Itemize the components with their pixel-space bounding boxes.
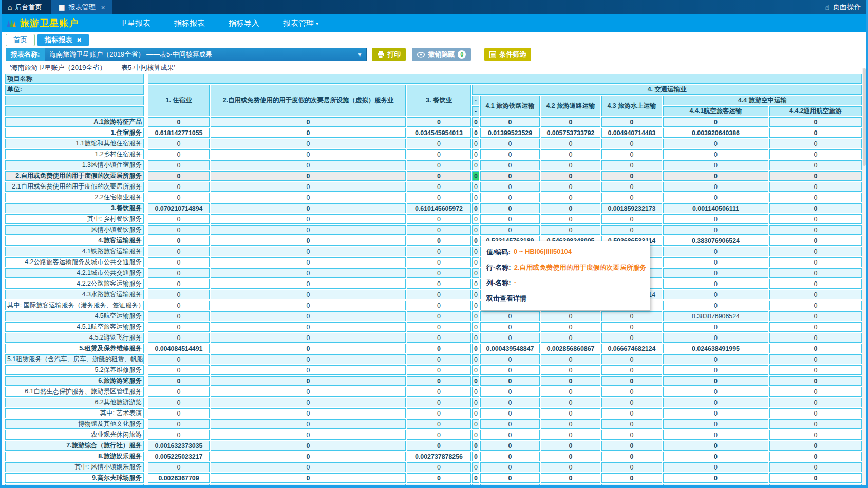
data-cell[interactable]: 0	[663, 333, 768, 343]
data-cell[interactable]: 0	[541, 462, 600, 472]
data-cell[interactable]: 0	[769, 354, 862, 364]
data-cell[interactable]: 0	[480, 171, 540, 181]
data-cell[interactable]: 0	[663, 301, 768, 310]
data-cell[interactable]: 0	[663, 149, 768, 159]
data-cell[interactable]: 0	[541, 311, 600, 321]
data-cell[interactable]: 0	[472, 473, 479, 483]
data-cell[interactable]: 0	[480, 182, 540, 192]
data-cell[interactable]: 0	[541, 149, 600, 159]
data-cell[interactable]: 0	[211, 408, 406, 418]
data-cell[interactable]: 0	[407, 322, 471, 332]
data-cell[interactable]: 0	[407, 236, 471, 246]
page-operations-button[interactable]: ☝ 页面操作	[825, 0, 861, 14]
data-cell[interactable]: 0	[407, 462, 471, 472]
data-cell[interactable]: 0	[541, 376, 600, 386]
data-cell[interactable]: 0	[663, 117, 768, 127]
data-cell[interactable]: 0	[472, 452, 479, 461]
data-cell[interactable]: 0	[480, 225, 540, 235]
data-cell[interactable]: 0	[601, 117, 662, 127]
data-cell[interactable]: 0	[211, 311, 406, 321]
data-cell[interactable]: 0	[407, 257, 471, 267]
data-cell[interactable]: 0	[148, 279, 210, 289]
data-cell[interactable]: 0	[148, 247, 210, 256]
data-cell[interactable]: 0	[148, 419, 210, 429]
data-cell[interactable]: 0	[211, 117, 406, 127]
data-cell[interactable]: 0	[663, 225, 768, 235]
data-cell[interactable]: 0	[601, 149, 662, 159]
data-cell[interactable]: 0	[663, 290, 768, 299]
data-cell[interactable]: 0	[663, 376, 768, 386]
data-cell[interactable]: 0	[407, 344, 471, 353]
data-cell[interactable]: 0	[211, 160, 406, 170]
data-cell[interactable]: 0	[601, 354, 662, 364]
data-cell[interactable]: 0	[472, 333, 479, 343]
data-cell[interactable]: 0.618142771055	[148, 128, 210, 138]
data-cell[interactable]: 0	[480, 452, 540, 461]
data-cell[interactable]: 0	[480, 408, 540, 418]
data-cell[interactable]: 0	[211, 182, 406, 192]
data-cell[interactable]: 0	[472, 182, 479, 192]
data-cell[interactable]: 0	[211, 268, 406, 278]
nav-item-satellite-report[interactable]: 卫星报表	[120, 18, 150, 28]
data-cell[interactable]: 0	[211, 387, 406, 397]
data-cell[interactable]: 0	[472, 225, 479, 235]
data-cell[interactable]: 0	[472, 311, 479, 321]
data-cell[interactable]: 0.0026367709	[148, 473, 210, 483]
data-cell[interactable]: 0	[148, 160, 210, 170]
data-cell[interactable]: 0.004940714483	[601, 128, 662, 138]
data-cell[interactable]: 0	[407, 279, 471, 289]
nav-item-indicator-import[interactable]: 指标导入	[229, 18, 259, 28]
data-cell[interactable]: 0	[472, 290, 479, 299]
data-cell[interactable]: 0	[541, 354, 600, 364]
data-cell[interactable]: 0	[211, 128, 406, 138]
data-cell[interactable]: 0	[472, 193, 479, 202]
data-cell[interactable]: 0	[148, 365, 210, 375]
data-cell[interactable]: 0	[211, 354, 406, 364]
data-cell[interactable]: 0	[541, 139, 600, 148]
data-cell[interactable]: 0	[541, 398, 600, 407]
data-cell[interactable]: 0	[211, 452, 406, 461]
data-cell[interactable]: 0	[769, 268, 862, 278]
nav-item-indicator-report[interactable]: 指标报表	[174, 18, 205, 28]
data-cell[interactable]: 0	[769, 203, 862, 213]
data-cell[interactable]: 0	[211, 290, 406, 299]
data-cell[interactable]: 0	[769, 441, 862, 451]
print-button[interactable]: 打印	[372, 48, 406, 61]
data-cell[interactable]: 0	[148, 171, 210, 181]
data-cell[interactable]: 0	[480, 117, 540, 127]
data-cell[interactable]: 0	[472, 214, 479, 224]
data-cell[interactable]: 0	[769, 257, 862, 267]
data-cell[interactable]: 0	[663, 268, 768, 278]
data-cell[interactable]: 0	[601, 214, 662, 224]
data-cell[interactable]: 0	[472, 462, 479, 472]
data-cell[interactable]: 0.024638491995	[663, 344, 768, 353]
data-cell[interactable]: 0	[407, 117, 471, 127]
data-cell[interactable]: 0	[211, 301, 406, 310]
data-cell[interactable]: 0	[541, 430, 600, 440]
data-cell[interactable]: 0	[601, 171, 662, 181]
data-cell[interactable]: 0	[663, 257, 768, 267]
data-cell[interactable]: 0	[472, 441, 479, 451]
data-cell[interactable]: 0	[663, 247, 768, 256]
data-cell[interactable]: 0	[601, 408, 662, 418]
data-cell[interactable]: 0	[211, 430, 406, 440]
data-cell[interactable]: 0.005225023217	[148, 452, 210, 461]
data-cell[interactable]: 0	[472, 376, 479, 386]
backend-home-button[interactable]: ⌂ 后台首页	[2, 0, 51, 14]
data-cell[interactable]: 0	[407, 398, 471, 407]
data-cell[interactable]: 0	[601, 182, 662, 192]
data-cell[interactable]: 0.002737878256	[407, 452, 471, 461]
data-cell[interactable]: 0	[769, 430, 862, 440]
data-cell[interactable]: 0	[769, 311, 862, 321]
data-cell[interactable]: 0	[663, 398, 768, 407]
data-cell[interactable]: 0	[663, 365, 768, 375]
data-cell[interactable]: 0	[601, 430, 662, 440]
data-cell[interactable]: 0	[769, 344, 862, 353]
data-cell[interactable]: 0.001859232173	[601, 203, 662, 213]
tab-close-icon[interactable]: ✖	[77, 36, 82, 44]
data-cell[interactable]: 0	[211, 398, 406, 407]
data-cell[interactable]: 0	[480, 311, 540, 321]
data-cell[interactable]: 0.070210714894	[148, 203, 210, 213]
data-cell[interactable]: 0	[480, 365, 540, 375]
data-cell[interactable]: 0	[472, 128, 479, 138]
